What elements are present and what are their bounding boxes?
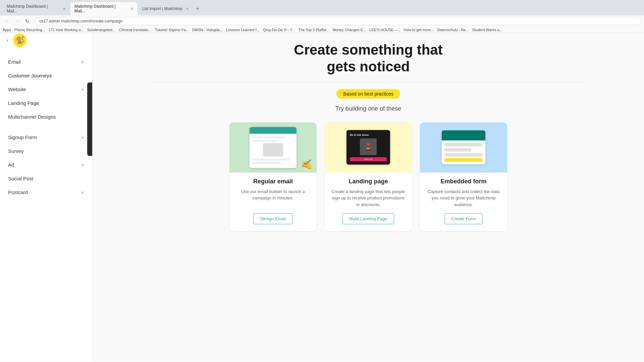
bookmark-3[interactable]: Sonderangebot... bbox=[87, 28, 115, 32]
sidebar-item-multichannel-designs-label: Multichannel Designs bbox=[8, 114, 56, 120]
landing-page-desc: Create a landing page that lets people s… bbox=[331, 188, 405, 208]
bookmark-7[interactable]: Lessons Learned f... bbox=[226, 28, 260, 32]
heading-line2: gets noticed bbox=[327, 59, 410, 74]
new-tab-button[interactable]: + bbox=[194, 5, 202, 13]
chevron-down-icon: ∨ bbox=[81, 87, 84, 92]
landing-page-card-body: Landing page Create a landing page that … bbox=[325, 173, 412, 231]
tab-2-close[interactable]: ✕ bbox=[130, 7, 133, 11]
form-mockup bbox=[442, 130, 485, 164]
chevron-down-icon: ∨ bbox=[81, 135, 84, 140]
best-practices-badge: Based on best practices bbox=[336, 89, 400, 99]
sidebar-item-ad-label: Ad bbox=[8, 162, 14, 168]
chevron-down-icon: ∨ bbox=[81, 163, 84, 167]
bookmark-12[interactable]: How to get more... bbox=[404, 28, 434, 32]
sidebar-item-email-label: Email bbox=[8, 59, 21, 65]
heading-divider bbox=[153, 82, 583, 82]
logo-emoji: 🐒 bbox=[15, 36, 24, 45]
email-image-placeholder bbox=[263, 143, 283, 157]
tab-2-label: Mailchimp Dashboard | Mail... bbox=[74, 4, 127, 13]
sidebar-item-survey-label: Survey bbox=[8, 148, 24, 154]
forward-button[interactable]: → bbox=[13, 17, 21, 25]
bookmark-5[interactable]: Tutorial: Eigene Fa... bbox=[155, 28, 189, 32]
sidebar-item-multichannel-designs[interactable]: Multichannel Designs bbox=[0, 110, 92, 124]
sidebar-item-landing-page[interactable]: Landing Page bbox=[0, 96, 92, 110]
bookmark-6[interactable]: DMSN - Vologda... bbox=[192, 28, 223, 32]
email-body-area bbox=[250, 134, 297, 168]
form-submit-mock bbox=[444, 158, 483, 162]
back-button[interactable]: ← bbox=[3, 17, 11, 25]
tab-3[interactable]: List Import | Mailchimp ✕ bbox=[138, 4, 193, 13]
regular-email-title: Regular email bbox=[253, 178, 293, 185]
bookmark-2[interactable]: 171 How Working a... bbox=[49, 28, 84, 32]
tab-2[interactable]: Mailchimp Dashboard | Mail... ✕ bbox=[70, 2, 138, 15]
reload-button[interactable]: ↻ bbox=[23, 17, 32, 25]
form-field-2 bbox=[444, 148, 471, 152]
regular-email-desc: Use our email builder to launch a campai… bbox=[236, 188, 310, 208]
sidebar-back-button[interactable]: ‹ bbox=[7, 37, 8, 43]
landing-product-image: 💄 bbox=[360, 138, 377, 155]
regular-email-card-body: Regular email Use our email builder to l… bbox=[229, 173, 317, 231]
landing-mockup: Be in the know 💄 SIGN UP bbox=[346, 130, 390, 165]
sidebar-item-email[interactable]: Email ∨ bbox=[0, 55, 92, 69]
sidebar-item-postcard[interactable]: Postcard ∨ bbox=[0, 185, 92, 199]
landing-page-card: Be in the know 💄 SIGN UP Landing page Cr… bbox=[325, 122, 412, 231]
sidebar-item-social-post[interactable]: Social Post bbox=[0, 172, 92, 185]
sidebar: ‹ 🐒 Email ∨ Customer Journeys Website ∨ … bbox=[0, 28, 93, 362]
bookmarks-bar: Apps Phone Recycling... 171 How Working … bbox=[0, 27, 644, 33]
chevron-down-icon: ∨ bbox=[81, 60, 84, 64]
heading-line1: Create something that bbox=[294, 42, 442, 58]
sidebar-item-ad[interactable]: Ad ∨ bbox=[0, 158, 92, 172]
main-heading: Create something that gets noticed bbox=[294, 42, 442, 75]
tab-1-close[interactable]: ✕ bbox=[63, 7, 66, 11]
form-field-1 bbox=[444, 143, 483, 146]
app-container: ‹ 🐒 Email ∨ Customer Journeys Website ∨ … bbox=[0, 28, 644, 362]
nav-buttons: ← → ↻ bbox=[3, 17, 32, 25]
email-header-bar bbox=[250, 127, 297, 134]
sidebar-item-website-label: Website bbox=[8, 86, 26, 92]
bookmark-1[interactable]: Phone Recycling... bbox=[14, 28, 45, 32]
build-landing-page-button[interactable]: Build Landing Page bbox=[342, 213, 394, 224]
sidebar-divider-1 bbox=[0, 124, 92, 130]
landing-page-title: Landing page bbox=[349, 178, 388, 185]
bookmark-4[interactable]: Chinese translatio... bbox=[119, 28, 151, 32]
tab-bar: Mailchimp Dashboard | Mail... ✕ Mailchim… bbox=[0, 0, 644, 15]
design-email-button[interactable]: Design Email bbox=[253, 213, 293, 224]
email-mockup bbox=[250, 127, 297, 168]
sidebar-nav: Email ∨ Customer Journeys Website ∨ Land… bbox=[0, 52, 92, 202]
bookmark-10[interactable]: Money Changes E... bbox=[333, 28, 366, 32]
regular-email-card-image: ✍️ bbox=[229, 122, 317, 173]
embedded-form-card: Embedded form Capture contacts and colle… bbox=[420, 122, 507, 231]
sidebar-item-signup-form-label: Signup Form bbox=[8, 134, 37, 140]
sidebar-item-signup-form[interactable]: Signup Form ∨ bbox=[0, 130, 92, 144]
embedded-form-card-image bbox=[420, 122, 507, 173]
main-content: Create something that gets noticed Based… bbox=[93, 28, 644, 362]
badge-label: Based on best practices bbox=[343, 91, 393, 97]
landing-page-card-image: Be in the know 💄 SIGN UP bbox=[325, 122, 412, 173]
bookmark-apps[interactable]: Apps bbox=[3, 28, 11, 32]
mailchimp-logo: 🐒 bbox=[13, 34, 26, 47]
bookmark-13[interactable]: Datenschutz - Re... bbox=[437, 28, 469, 32]
bookmark-8[interactable]: Qing Fei De Yi - Y... bbox=[263, 28, 295, 32]
bookmark-14[interactable]: Student Wants a... bbox=[472, 28, 502, 32]
bookmark-9[interactable]: The Top 3 Platfor... bbox=[298, 28, 329, 32]
sidebar-item-customer-journeys[interactable]: Customer Journeys bbox=[0, 69, 92, 82]
address-bar: ← → ↻ us17.admin.mailchimp.com/#/create-… bbox=[0, 15, 644, 27]
tab-1[interactable]: Mailchimp Dashboard | Mail... ✕ bbox=[3, 2, 70, 15]
url-bar[interactable]: us17.admin.mailchimp.com/#/create-campai… bbox=[34, 17, 641, 25]
create-form-button[interactable]: Create Form bbox=[444, 213, 483, 224]
embedded-form-desc: Capture contacts and collect the data yo… bbox=[427, 188, 500, 208]
sidebar-item-postcard-label: Postcard bbox=[8, 189, 28, 195]
sidebar-item-landing-page-label: Landing Page bbox=[8, 100, 39, 106]
sidebar-item-social-post-label: Social Post bbox=[8, 176, 33, 181]
browser-chrome: Mailchimp Dashboard | Mail... ✕ Mailchim… bbox=[0, 0, 644, 33]
tab-3-close[interactable]: ✕ bbox=[186, 7, 189, 11]
bookmark-11[interactable]: LEE'S HOUSE—... bbox=[369, 28, 400, 32]
sidebar-item-website[interactable]: Website ∨ bbox=[0, 82, 92, 96]
embedded-form-card-body: Embedded form Capture contacts and colle… bbox=[420, 173, 507, 231]
form-field-3 bbox=[444, 153, 483, 157]
sidebar-item-survey[interactable]: Survey bbox=[0, 144, 92, 158]
form-header-strip bbox=[442, 130, 485, 140]
embedded-form-title: Embedded form bbox=[440, 178, 486, 185]
regular-email-card: ✍️ Regular email Use our email builder t… bbox=[229, 122, 317, 231]
sidebar-item-customer-journeys-label: Customer Journeys bbox=[8, 73, 52, 78]
